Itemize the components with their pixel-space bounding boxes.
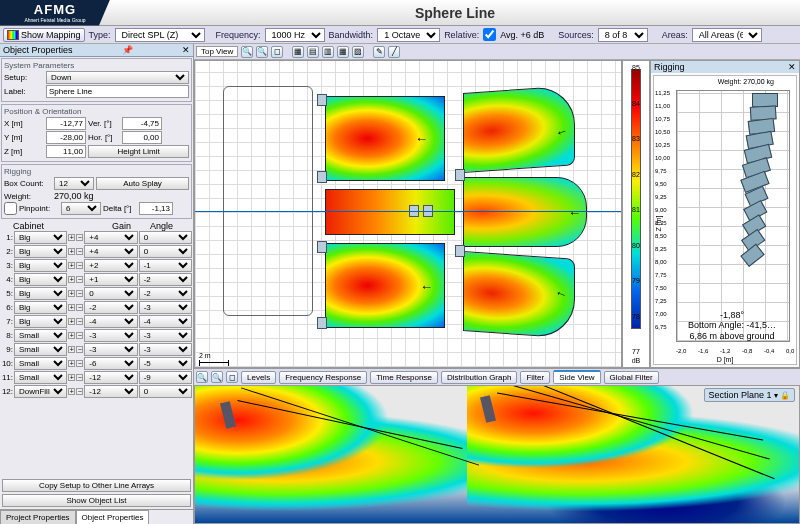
- minus-icon[interactable]: −: [76, 360, 83, 367]
- angle-select[interactable]: 0: [139, 245, 192, 258]
- cabinet-select[interactable]: DownFill: [14, 385, 67, 398]
- minus-icon[interactable]: −: [76, 346, 83, 353]
- gain-select[interactable]: -12: [84, 385, 137, 398]
- gain-select[interactable]: -12: [84, 371, 137, 384]
- auto-splay-button[interactable]: Auto Splay: [96, 177, 189, 190]
- minus-icon[interactable]: −: [76, 304, 83, 311]
- plus-icon[interactable]: +: [68, 262, 75, 269]
- delta-input[interactable]: [139, 202, 173, 215]
- cabinet-select[interactable]: Small: [14, 357, 67, 370]
- label-input[interactable]: [46, 85, 189, 98]
- plus-icon[interactable]: +: [68, 234, 75, 241]
- gain-select[interactable]: -3: [84, 329, 137, 342]
- gain-select[interactable]: -4: [84, 315, 137, 328]
- tab-global-filter[interactable]: Global Filter: [604, 371, 659, 384]
- x-input[interactable]: [46, 117, 86, 130]
- show-mapping-button[interactable]: Show Mapping: [3, 28, 85, 42]
- tab-levels[interactable]: Levels: [241, 371, 276, 384]
- rigging-plot[interactable]: Weight: 270,00 kg Z [m] D [m] 11,2511,00…: [653, 75, 797, 365]
- frequency-select[interactable]: 1000 Hz: [265, 28, 325, 42]
- relative-checkbox[interactable]: [483, 28, 496, 41]
- cabinet-select[interactable]: Big: [14, 301, 67, 314]
- angle-select[interactable]: -3: [139, 329, 192, 342]
- cabinet-select[interactable]: Big: [14, 273, 67, 286]
- plus-icon[interactable]: +: [68, 332, 75, 339]
- cabinet-select[interactable]: Big: [14, 259, 67, 272]
- show-object-list-button[interactable]: Show Object List: [2, 494, 191, 507]
- pencil-icon[interactable]: ✎: [373, 46, 385, 58]
- line-icon[interactable]: ╱: [388, 46, 400, 58]
- gain-select[interactable]: +2: [84, 259, 137, 272]
- angle-select[interactable]: -3: [139, 343, 192, 356]
- angle-select[interactable]: 0: [139, 231, 192, 244]
- zoom-in-icon[interactable]: 🔍: [241, 46, 253, 58]
- copy-setup-button[interactable]: Copy Setup to Other Line Arrays: [2, 479, 191, 492]
- y-input[interactable]: [46, 131, 86, 144]
- sources-select[interactable]: 8 of 8: [598, 28, 648, 42]
- hor-input[interactable]: [122, 131, 162, 144]
- tab-project-properties[interactable]: Project Properties: [0, 510, 76, 524]
- top-view[interactable]: ← ← ← ← ← 2 m: [194, 60, 622, 368]
- plus-icon[interactable]: +: [68, 318, 75, 325]
- minus-icon[interactable]: −: [76, 248, 83, 255]
- speaker-icon[interactable]: [317, 94, 327, 106]
- angle-select[interactable]: 0: [139, 385, 192, 398]
- speaker-icon[interactable]: [317, 171, 327, 183]
- pinpoint-checkbox[interactable]: [4, 202, 17, 215]
- angle-select[interactable]: -9: [139, 371, 192, 384]
- pinpoint-select[interactable]: 6: [61, 202, 101, 215]
- angle-select[interactable]: -3: [139, 301, 192, 314]
- plus-icon[interactable]: +: [68, 248, 75, 255]
- side-view[interactable]: Section Plane 1 ▾ 🔒: [194, 385, 800, 524]
- cabinet-select[interactable]: Small: [14, 371, 67, 384]
- zoom-fit-icon[interactable]: ◻: [226, 371, 238, 383]
- plus-icon[interactable]: +: [68, 346, 75, 353]
- speaker-icon[interactable]: [455, 245, 465, 257]
- cabinet-select[interactable]: Small: [14, 329, 67, 342]
- minus-icon[interactable]: −: [76, 276, 83, 283]
- speaker-icon[interactable]: [317, 317, 327, 329]
- tab-filter[interactable]: Filter: [520, 371, 550, 384]
- tab-side-view[interactable]: Side View: [553, 370, 600, 384]
- tab-frequency-response[interactable]: Frequency Response: [279, 371, 367, 384]
- minus-icon[interactable]: −: [76, 262, 83, 269]
- cabinet-select[interactable]: Big: [14, 315, 67, 328]
- angle-select[interactable]: -4: [139, 315, 192, 328]
- close-icon[interactable]: ✕: [182, 45, 190, 55]
- angle-select[interactable]: -2: [139, 287, 192, 300]
- section-plane-select[interactable]: Section Plane 1 ▾ 🔒: [704, 388, 796, 402]
- angle-select[interactable]: -5: [139, 357, 192, 370]
- box-count-select[interactable]: 12: [54, 177, 94, 190]
- view-toggle-4-icon[interactable]: ▦: [337, 46, 349, 58]
- cabinet-select[interactable]: Small: [14, 343, 67, 356]
- gain-select[interactable]: -2: [84, 301, 137, 314]
- plus-icon[interactable]: +: [68, 374, 75, 381]
- plus-icon[interactable]: +: [68, 276, 75, 283]
- gain-select[interactable]: -3: [84, 343, 137, 356]
- setup-select[interactable]: Down: [46, 71, 189, 84]
- tab-distribution-graph[interactable]: Distribution Graph: [441, 371, 517, 384]
- cabinet-select[interactable]: Big: [14, 231, 67, 244]
- plus-icon[interactable]: +: [68, 360, 75, 367]
- minus-icon[interactable]: −: [76, 374, 83, 381]
- minus-icon[interactable]: −: [76, 318, 83, 325]
- gain-select[interactable]: +1: [84, 273, 137, 286]
- gain-select[interactable]: +4: [84, 231, 137, 244]
- view-toggle-1-icon[interactable]: ▦: [292, 46, 304, 58]
- view-toggle-3-icon[interactable]: ▥: [322, 46, 334, 58]
- tab-time-response[interactable]: Time Response: [370, 371, 438, 384]
- plus-icon[interactable]: +: [68, 388, 75, 395]
- gain-select[interactable]: -6: [84, 357, 137, 370]
- plus-icon[interactable]: +: [68, 304, 75, 311]
- zoom-out-icon[interactable]: 🔍: [256, 46, 268, 58]
- angle-select[interactable]: -1: [139, 259, 192, 272]
- minus-icon[interactable]: −: [76, 290, 83, 297]
- cabinet-select[interactable]: Big: [14, 287, 67, 300]
- minus-icon[interactable]: −: [76, 332, 83, 339]
- plus-icon[interactable]: +: [68, 290, 75, 297]
- speaker-icon[interactable]: [317, 241, 327, 253]
- view-toggle-5-icon[interactable]: ▨: [352, 46, 364, 58]
- view-toggle-2-icon[interactable]: ▤: [307, 46, 319, 58]
- z-input[interactable]: [46, 145, 86, 158]
- areas-select[interactable]: All Areas (6): [692, 28, 762, 42]
